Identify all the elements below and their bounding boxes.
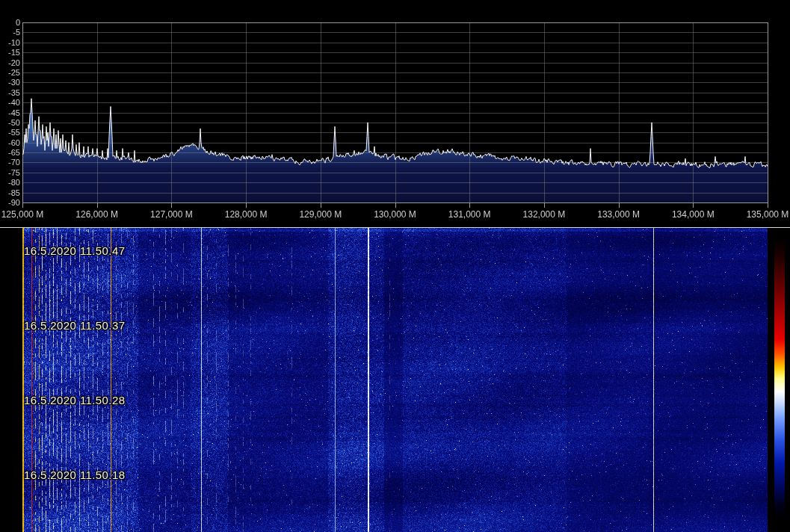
freq-axis-label: 128,000 M [225,210,268,219]
db-axis-label: -90 [0,198,20,207]
db-axis-label: -15 [0,48,20,57]
freq-axis-label: 133,000 M [597,210,640,219]
db-axis-label: -75 [0,168,20,177]
spectrum-display[interactable] [0,0,790,221]
db-axis-label: -70 [0,158,20,167]
db-axis-label: -65 [0,148,20,157]
db-axis-label: -60 [0,138,20,147]
panel-splitter[interactable] [0,221,790,228]
db-axis-label: -55 [0,128,20,137]
freq-axis-label: 131,000 M [448,210,491,219]
freq-axis-label: 129,000 M [299,210,342,219]
waterfall-display[interactable] [0,228,790,532]
freq-axis-label: 130,000 M [374,210,416,219]
db-axis-label: -25 [0,68,20,77]
db-axis-label: -40 [0,98,20,107]
db-axis-label: -5 [0,28,20,37]
db-axis-label: -45 [0,108,20,117]
waterfall-timestamp: 16.5.2020 11.50.28 [24,394,125,406]
freq-axis-label: 125,000 M [1,210,44,219]
db-axis-label: -30 [0,78,20,87]
waterfall-timestamp: 16.5.2020 11.50.37 [24,319,125,332]
waterfall-intensity-legend [774,238,785,519]
freq-axis-label: 134,000 M [672,210,715,219]
spectrum-panel: 0-5-10-15-20-25-30-35-40-45-50-55-60-65-… [0,0,790,221]
db-axis-label: -85 [0,188,20,197]
db-axis-label: -35 [0,88,20,97]
db-axis-label: -50 [0,118,20,127]
freq-axis-label: 135,000 M [747,210,789,219]
waterfall-panel: 16.5.2020 11.50.4716.5.2020 11.50.3716.5… [0,228,790,532]
freq-axis-label: 127,000 M [150,210,193,219]
db-axis-label: -80 [0,178,20,187]
freq-axis-label: 126,000 M [75,210,118,219]
db-axis-label: -20 [0,58,20,67]
sdr-app-window: 0-5-10-15-20-25-30-35-40-45-50-55-60-65-… [0,0,790,532]
freq-axis-label: 132,000 M [523,210,566,219]
waterfall-timestamp: 16.5.2020 11.50.18 [24,468,125,481]
db-axis-label: -10 [0,38,20,47]
waterfall-timestamp: 16.5.2020 11.50.47 [24,244,125,257]
db-axis-label: 0 [0,18,20,27]
